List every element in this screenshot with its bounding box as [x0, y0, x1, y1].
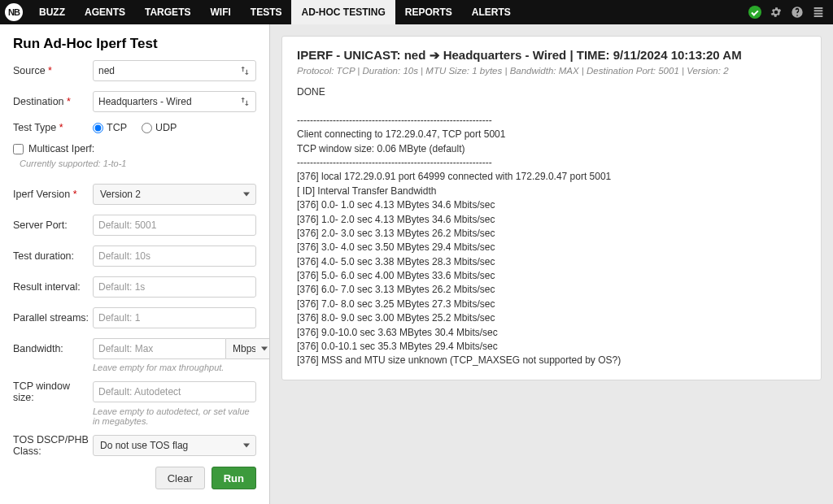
nav-item-tests[interactable]: TESTS — [241, 0, 292, 24]
radio-tcp[interactable] — [93, 123, 103, 133]
select-tos[interactable]: Do not use TOS flag — [93, 435, 256, 456]
report-icon[interactable] — [812, 6, 825, 19]
label-multicast: Multicast Iperf: — [28, 143, 94, 154]
result-panel: IPERF - UNICAST: ned ➔ Headquarters - Wi… — [270, 24, 833, 504]
help-icon[interactable] — [791, 6, 804, 19]
result-title: IPERF - UNICAST: ned ➔ Headquarters - Wi… — [297, 48, 806, 63]
input-parallel[interactable] — [93, 307, 256, 328]
config-panel: Run Ad-Hoc Iperf Test Source ned Destina… — [0, 24, 270, 504]
hint-multicast: Currently supported: 1-to-1 — [20, 159, 126, 168]
nav-item-buzz[interactable]: BUZZ — [29, 0, 75, 24]
app-logo[interactable]: NB — [5, 3, 23, 21]
radio-udp[interactable] — [142, 123, 152, 133]
radio-udp-wrap[interactable]: UDP — [142, 122, 177, 133]
nav-item-alerts[interactable]: ALERTS — [462, 0, 521, 24]
nav-tabs: BUZZ AGENTS TARGETS WIFI TESTS AD-HOC TE… — [29, 0, 521, 24]
label-duration: Test duration: — [13, 250, 93, 262]
label-tos: TOS DSCP/PHB Class: — [13, 434, 93, 457]
destination-picker[interactable]: Headquarters - Wired — [93, 91, 256, 112]
label-test-type: Test Type — [13, 122, 93, 133]
status-ok-icon[interactable] — [748, 6, 761, 19]
result-card: IPERF - UNICAST: ned ➔ Headquarters - Wi… — [281, 36, 822, 380]
nav-item-wifi[interactable]: WIFI — [200, 0, 240, 24]
input-tcpwin[interactable] — [93, 381, 256, 402]
input-bandwidth[interactable] — [93, 338, 225, 359]
swap-icon — [239, 96, 251, 107]
nav-item-reports[interactable]: REPORTS — [395, 0, 462, 24]
swap-icon — [239, 65, 251, 76]
label-interval: Result interval: — [13, 281, 93, 293]
input-duration[interactable] — [93, 245, 256, 267]
result-output: DONE -----------------------------------… — [297, 85, 806, 368]
label-source: Source — [13, 65, 93, 76]
label-parallel: Parallel streams: — [13, 312, 93, 324]
source-value: ned — [98, 65, 115, 76]
label-bandwidth: Bandwidth: — [13, 343, 93, 354]
checkbox-multicast[interactable] — [13, 144, 24, 154]
gear-icon[interactable] — [770, 6, 783, 19]
nav-item-adhoc[interactable]: AD-HOC TESTING — [291, 0, 395, 24]
label-tcpwin: TCP window size: — [13, 380, 93, 403]
run-button[interactable]: Run — [212, 467, 256, 489]
label-version: Iperf Version — [13, 189, 93, 200]
source-picker[interactable]: ned — [93, 60, 256, 81]
select-bw-unit[interactable]: Mbps — [225, 338, 270, 359]
hint-tcpwin: Leave empty to autodetect, or set value … — [93, 406, 256, 426]
nav-item-agents[interactable]: AGENTS — [75, 0, 135, 24]
radio-tcp-wrap[interactable]: TCP — [93, 122, 127, 133]
destination-value: Headquarters - Wired — [98, 96, 192, 107]
input-server-port[interactable] — [93, 215, 256, 236]
label-destination: Destination — [13, 96, 93, 107]
select-version[interactable]: Version 2 — [93, 184, 256, 205]
top-nav-bar: NB BUZZ AGENTS TARGETS WIFI TESTS AD-HOC… — [0, 0, 833, 24]
clear-button[interactable]: Clear — [155, 467, 205, 489]
page-title: Run Ad-Hoc Iperf Test — [0, 24, 269, 60]
label-server-port: Server Port: — [13, 219, 93, 231]
nav-item-targets[interactable]: TARGETS — [135, 0, 200, 24]
hint-bandwidth: Leave empty for max throughput. — [93, 363, 256, 372]
result-subtitle: Protocol: TCP | Duration: 10s | MTU Size… — [297, 66, 806, 76]
input-interval[interactable] — [93, 276, 256, 298]
